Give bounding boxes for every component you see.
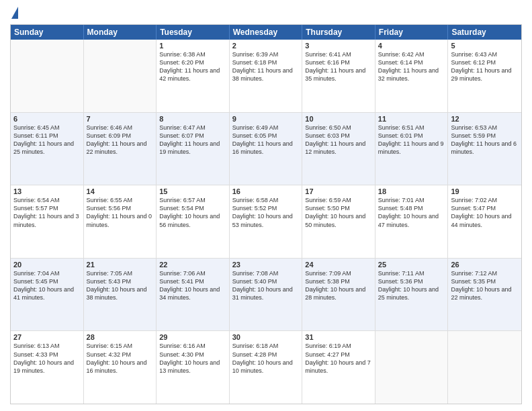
day-info: Sunrise: 6:58 AM Sunset: 5:52 PM Dayligh… <box>232 196 300 229</box>
day-number: 19 <box>451 187 519 195</box>
day-info: Sunrise: 6:13 AM Sunset: 4:33 PM Dayligh… <box>13 342 81 375</box>
day-info: Sunrise: 6:53 AM Sunset: 5:59 PM Dayligh… <box>451 124 519 156</box>
day-info: Sunrise: 6:42 AM Sunset: 6:14 PM Dayligh… <box>378 50 445 83</box>
day-number: 31 <box>305 333 372 341</box>
calendar-week: 27Sunrise: 6:13 AM Sunset: 4:33 PM Dayli… <box>11 331 521 404</box>
calendar-week: 20Sunrise: 7:04 AM Sunset: 5:45 PM Dayli… <box>11 259 521 332</box>
day-number: 12 <box>451 115 519 123</box>
calendar-cell: 21Sunrise: 7:05 AM Sunset: 5:43 PM Dayli… <box>84 259 157 331</box>
calendar-cell: 20Sunrise: 7:04 AM Sunset: 5:45 PM Dayli… <box>11 259 84 331</box>
calendar-cell: 28Sunrise: 6:15 AM Sunset: 4:32 PM Dayli… <box>84 331 157 404</box>
day-info: Sunrise: 6:54 AM Sunset: 5:57 PM Dayligh… <box>13 196 81 229</box>
calendar-cell: 25Sunrise: 7:11 AM Sunset: 5:36 PM Dayli… <box>375 259 449 331</box>
calendar-cell: 19Sunrise: 7:02 AM Sunset: 5:47 PM Dayli… <box>448 185 521 258</box>
day-number: 11 <box>378 115 445 123</box>
calendar-cell: 7Sunrise: 6:46 AM Sunset: 6:09 PM Daylig… <box>84 113 157 185</box>
day-number: 10 <box>305 115 372 123</box>
calendar-week: 1Sunrise: 6:38 AM Sunset: 6:20 PM Daylig… <box>11 40 521 113</box>
day-number: 18 <box>378 187 445 195</box>
day-number: 13 <box>13 187 81 195</box>
day-number: 26 <box>451 261 519 269</box>
day-number: 16 <box>232 187 300 195</box>
day-number: 27 <box>13 333 81 341</box>
logo <box>10 7 18 19</box>
day-info: Sunrise: 6:41 AM Sunset: 6:16 PM Dayligh… <box>305 50 372 83</box>
day-number: 15 <box>159 187 226 195</box>
day-number: 20 <box>13 261 81 269</box>
day-info: Sunrise: 6:50 AM Sunset: 6:03 PM Dayligh… <box>305 124 372 156</box>
calendar-cell: 16Sunrise: 6:58 AM Sunset: 5:52 PM Dayli… <box>230 185 303 258</box>
calendar-cell: 24Sunrise: 7:09 AM Sunset: 5:38 PM Dayli… <box>302 259 375 331</box>
calendar-cell <box>11 40 84 112</box>
day-info: Sunrise: 7:01 AM Sunset: 5:48 PM Dayligh… <box>378 196 445 229</box>
day-info: Sunrise: 6:51 AM Sunset: 6:01 PM Dayligh… <box>378 124 445 156</box>
calendar-cell: 8Sunrise: 6:47 AM Sunset: 6:07 PM Daylig… <box>157 113 230 185</box>
calendar-cell: 30Sunrise: 6:18 AM Sunset: 4:28 PM Dayli… <box>230 331 303 404</box>
day-info: Sunrise: 7:04 AM Sunset: 5:45 PM Dayligh… <box>13 269 81 302</box>
day-number: 24 <box>305 261 372 269</box>
calendar-cell: 3Sunrise: 6:41 AM Sunset: 6:16 PM Daylig… <box>302 40 375 112</box>
calendar-day-header: Monday <box>84 25 157 40</box>
calendar-cell: 31Sunrise: 6:19 AM Sunset: 4:27 PM Dayli… <box>302 331 375 404</box>
calendar-week: 6Sunrise: 6:45 AM Sunset: 6:11 PM Daylig… <box>11 113 521 186</box>
calendar-day-header: Sunday <box>11 25 84 40</box>
calendar-cell: 4Sunrise: 6:42 AM Sunset: 6:14 PM Daylig… <box>375 40 449 112</box>
calendar-cell: 11Sunrise: 6:51 AM Sunset: 6:01 PM Dayli… <box>375 113 449 185</box>
day-number: 9 <box>232 115 300 123</box>
day-info: Sunrise: 6:39 AM Sunset: 6:18 PM Dayligh… <box>232 50 300 83</box>
calendar-cell: 2Sunrise: 6:39 AM Sunset: 6:18 PM Daylig… <box>230 40 303 112</box>
calendar-cell: 26Sunrise: 7:12 AM Sunset: 5:35 PM Dayli… <box>448 259 521 331</box>
day-number: 23 <box>232 261 300 269</box>
day-info: Sunrise: 7:06 AM Sunset: 5:41 PM Dayligh… <box>159 269 226 302</box>
calendar-body: 1Sunrise: 6:38 AM Sunset: 6:20 PM Daylig… <box>11 40 521 404</box>
day-number: 29 <box>159 333 226 341</box>
calendar-cell: 27Sunrise: 6:13 AM Sunset: 4:33 PM Dayli… <box>11 331 84 404</box>
calendar-cell: 22Sunrise: 7:06 AM Sunset: 5:41 PM Dayli… <box>157 259 230 331</box>
day-info: Sunrise: 6:43 AM Sunset: 6:12 PM Dayligh… <box>451 50 519 83</box>
day-info: Sunrise: 6:59 AM Sunset: 5:50 PM Dayligh… <box>305 196 372 229</box>
day-number: 8 <box>159 115 226 123</box>
day-info: Sunrise: 6:49 AM Sunset: 6:05 PM Dayligh… <box>232 124 300 156</box>
day-number: 6 <box>13 115 81 123</box>
calendar-cell: 18Sunrise: 7:01 AM Sunset: 5:48 PM Dayli… <box>375 185 449 258</box>
calendar-day-header: Saturday <box>448 25 521 40</box>
calendar-cell <box>448 331 521 404</box>
calendar-cell: 23Sunrise: 7:08 AM Sunset: 5:40 PM Dayli… <box>230 259 303 331</box>
calendar-cell <box>375 331 449 404</box>
day-number: 14 <box>87 187 154 195</box>
day-info: Sunrise: 6:45 AM Sunset: 6:11 PM Dayligh… <box>13 124 81 156</box>
day-number: 7 <box>87 115 154 123</box>
calendar-cell: 15Sunrise: 6:57 AM Sunset: 5:54 PM Dayli… <box>157 185 230 258</box>
calendar-cell <box>84 40 157 112</box>
day-info: Sunrise: 7:11 AM Sunset: 5:36 PM Dayligh… <box>378 269 445 302</box>
day-number: 17 <box>305 187 372 195</box>
day-number: 22 <box>159 261 226 269</box>
day-info: Sunrise: 6:47 AM Sunset: 6:07 PM Dayligh… <box>159 124 226 156</box>
day-number: 5 <box>451 42 519 50</box>
day-number: 30 <box>232 333 300 341</box>
calendar-day-header: Wednesday <box>230 25 303 40</box>
day-number: 3 <box>305 42 372 50</box>
calendar-cell: 9Sunrise: 6:49 AM Sunset: 6:05 PM Daylig… <box>230 113 303 185</box>
header <box>10 7 522 19</box>
day-info: Sunrise: 7:05 AM Sunset: 5:43 PM Dayligh… <box>87 269 154 302</box>
calendar-cell: 17Sunrise: 6:59 AM Sunset: 5:50 PM Dayli… <box>302 185 375 258</box>
logo-triangle-icon <box>11 7 18 19</box>
calendar-cell: 10Sunrise: 6:50 AM Sunset: 6:03 PM Dayli… <box>302 113 375 185</box>
day-info: Sunrise: 7:08 AM Sunset: 5:40 PM Dayligh… <box>232 269 300 302</box>
calendar-cell: 29Sunrise: 6:16 AM Sunset: 4:30 PM Dayli… <box>157 331 230 404</box>
day-number: 2 <box>232 42 300 50</box>
day-info: Sunrise: 6:16 AM Sunset: 4:30 PM Dayligh… <box>159 342 226 375</box>
day-info: Sunrise: 6:55 AM Sunset: 5:56 PM Dayligh… <box>87 196 154 229</box>
day-number: 28 <box>87 333 154 341</box>
day-info: Sunrise: 6:19 AM Sunset: 4:27 PM Dayligh… <box>305 342 372 375</box>
day-info: Sunrise: 7:09 AM Sunset: 5:38 PM Dayligh… <box>305 269 372 302</box>
calendar-header-row: SundayMondayTuesdayWednesdayThursdayFrid… <box>11 25 521 40</box>
calendar-cell: 1Sunrise: 6:38 AM Sunset: 6:20 PM Daylig… <box>157 40 230 112</box>
calendar-cell: 12Sunrise: 6:53 AM Sunset: 5:59 PM Dayli… <box>448 113 521 185</box>
calendar-cell: 13Sunrise: 6:54 AM Sunset: 5:57 PM Dayli… <box>11 185 84 258</box>
day-info: Sunrise: 6:57 AM Sunset: 5:54 PM Dayligh… <box>159 196 226 229</box>
day-info: Sunrise: 6:46 AM Sunset: 6:09 PM Dayligh… <box>87 124 154 156</box>
day-info: Sunrise: 7:02 AM Sunset: 5:47 PM Dayligh… <box>451 196 519 229</box>
calendar-day-header: Friday <box>375 25 449 40</box>
